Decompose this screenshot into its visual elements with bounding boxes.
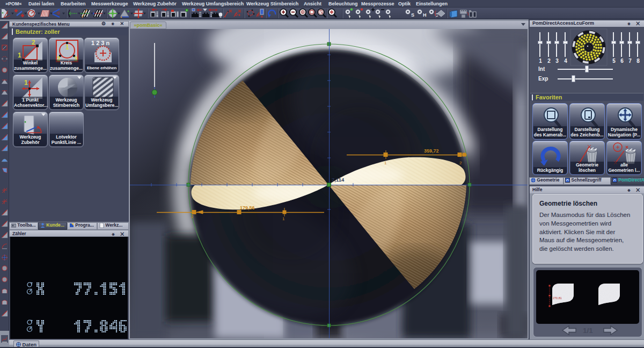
svg-text:1: 1 bbox=[384, 161, 387, 165]
svg-text:1: 1 bbox=[65, 44, 69, 51]
svg-text:2: 2 bbox=[32, 39, 35, 46]
svg-text:270,81: 270,81 bbox=[553, 296, 562, 300]
svg-text:1: 1 bbox=[18, 52, 21, 59]
svg-text:S: S bbox=[411, 12, 414, 18]
svg-text:H: H bbox=[423, 12, 427, 18]
svg-text:359,72: 359,72 bbox=[424, 148, 439, 154]
svg-text:1: 1 bbox=[24, 79, 28, 86]
svg-text:1: 1 bbox=[282, 216, 285, 221]
svg-text:7,114: 7,114 bbox=[332, 177, 345, 183]
svg-text:1 2 3 n: 1 2 3 n bbox=[91, 40, 110, 46]
svg-text:2: 2 bbox=[459, 161, 462, 165]
svg-text:179,56: 179,56 bbox=[240, 205, 255, 211]
svg-text:1/1: 1/1 bbox=[583, 327, 593, 335]
svg-text:2: 2 bbox=[191, 214, 194, 219]
